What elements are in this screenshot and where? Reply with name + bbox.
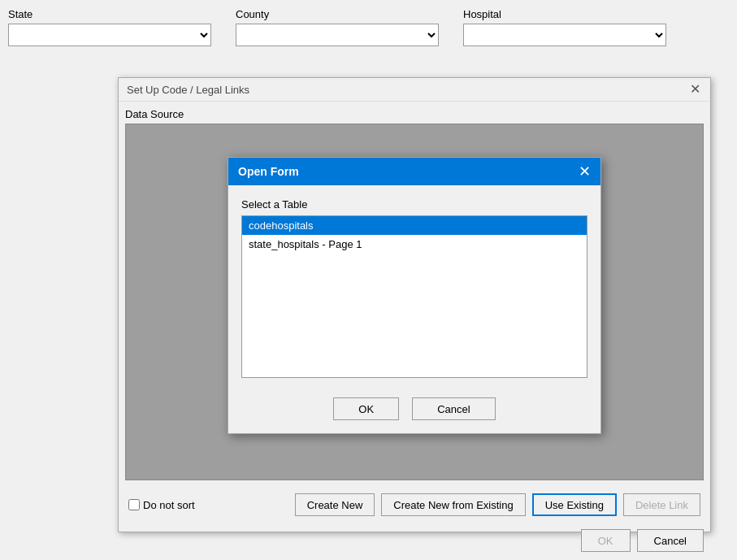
- delete-link-button[interactable]: Delete Link: [623, 493, 700, 516]
- modal-footer: OK Cancel: [228, 384, 600, 433]
- county-label: County: [236, 8, 439, 20]
- use-existing-button[interactable]: Use Existing: [532, 493, 617, 516]
- do-not-sort-label: Do not sort: [143, 499, 195, 511]
- modal-select-table-label: Select a Table: [241, 198, 587, 211]
- outer-dialog-title-bar: Set Up Code / Legal Links ✕: [119, 78, 710, 102]
- hospital-group: Hospital: [463, 8, 666, 46]
- modal-title: Open Form: [238, 165, 299, 178]
- state-group: State: [8, 8, 211, 46]
- do-not-sort-group: Do not sort: [128, 499, 195, 511]
- modal-overlay: Open Form ✕ Select a Table codehospitals…: [126, 124, 703, 480]
- data-source-area: Open Form ✕ Select a Table codehospitals…: [125, 124, 704, 480]
- bottom-right-buttons: OK Cancel: [119, 526, 710, 558]
- table-list-item[interactable]: state_hospitals - Page 1: [242, 235, 587, 254]
- modal-ok-button[interactable]: OK: [333, 397, 399, 420]
- modal-dialog: Open Form ✕ Select a Table codehospitals…: [228, 157, 601, 434]
- modal-body: Select a Table codehospitalsstate_hospit…: [228, 185, 600, 384]
- hospital-label: Hospital: [463, 8, 666, 20]
- outer-dialog-close-button[interactable]: ✕: [688, 83, 702, 96]
- modal-cancel-button[interactable]: Cancel: [412, 397, 495, 420]
- create-new-from-existing-button[interactable]: Create New from Existing: [381, 493, 525, 516]
- data-source-label: Data Source: [125, 108, 704, 120]
- outer-cancel-button[interactable]: Cancel: [637, 529, 704, 552]
- county-select[interactable]: [236, 24, 439, 46]
- create-new-button[interactable]: Create New: [295, 493, 375, 516]
- state-label: State: [8, 8, 211, 20]
- modal-close-button[interactable]: ✕: [579, 164, 591, 179]
- outer-dialog-footer: Do not sort Create New Create New from E…: [125, 487, 704, 519]
- modal-title-bar: Open Form ✕: [228, 158, 600, 185]
- outer-ok-button[interactable]: OK: [581, 529, 631, 552]
- county-group: County: [236, 8, 439, 46]
- outer-dialog: Set Up Code / Legal Links ✕ Data Source …: [118, 77, 711, 532]
- hospital-select[interactable]: [463, 24, 666, 46]
- top-bar: State County Hospital: [0, 0, 737, 54]
- do-not-sort-checkbox[interactable]: [128, 499, 140, 510]
- table-list-item[interactable]: codehospitals: [242, 216, 587, 235]
- table-list[interactable]: codehospitalsstate_hospitals - Page 1: [241, 215, 587, 378]
- state-select[interactable]: [8, 24, 211, 46]
- outer-dialog-title: Set Up Code / Legal Links: [127, 84, 249, 96]
- outer-dialog-content: Data Source Open Form ✕ Select a Table c…: [119, 102, 710, 526]
